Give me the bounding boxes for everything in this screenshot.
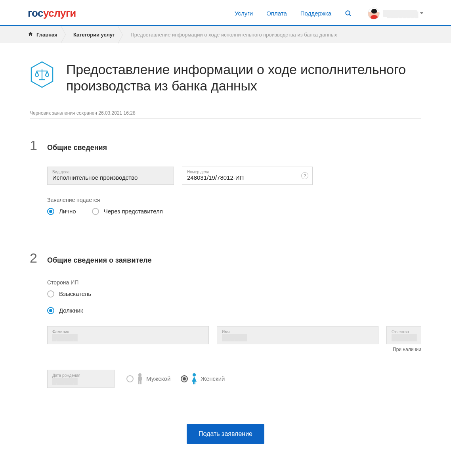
gender-female[interactable]: Женский [181,373,225,385]
user-menu[interactable]: ████████ [368,8,423,19]
case-type-value: Исполнительное производство [52,174,169,181]
help-icon[interactable]: ? [301,172,308,179]
svg-point-0 [346,11,350,15]
nav-support-link[interactable]: Поддержка [300,10,331,17]
case-number-value: 248031/19/78012-ИП [187,174,308,181]
name-field: Имя ██████ [217,326,378,344]
radio-personally[interactable]: Лично [47,208,76,215]
case-number-field[interactable]: Номер дела 248031/19/78012-ИП ? [182,167,313,185]
case-type-label: Вид дела [52,170,169,174]
scales-icon [30,61,54,89]
breadcrumb-categories-link[interactable]: Категории услуг [73,32,115,38]
logo[interactable]: госуслуги [28,7,76,19]
radio-creditor[interactable]: Взыскатель [47,290,421,298]
breadcrumb-current: Предоставление информации о ходе исполни… [122,32,345,38]
avatar-icon [368,8,380,19]
home-icon [28,31,33,38]
svg-rect-7 [138,376,142,381]
section-general: 1 Общие сведения Вид дела Исполнительное… [30,138,421,231]
case-type-field: Вид дела Исполнительное производство [47,167,174,185]
radio-icon [47,307,54,314]
section-title-2: Общие сведения о заявителе [47,256,152,265]
section-title-1: Общие сведения [47,144,107,152]
svg-marker-11 [192,376,197,382]
gender-male-label: Мужской [146,375,170,382]
radio-debtor[interactable]: Должник [47,307,421,314]
surname-label: Фамилия [52,330,204,334]
page-title: Предоставление информации о ходе исполни… [66,61,421,94]
radio-icon [47,208,54,215]
draft-saved-note: Черновик заявления сохранен 26.03.2021 1… [30,110,421,119]
svg-rect-12 [193,381,194,384]
surname-field: Фамилия ██████ [47,326,209,344]
name-label: Имя [222,330,373,334]
breadcrumb-home[interactable]: Главная [28,31,65,38]
step-number-1: 1 [30,138,38,153]
radio-icon [47,290,54,298]
navbar: Услуги Оплата Поддержка [235,10,352,17]
radio-via-representative-label: Через представителя [104,208,163,215]
section-head: 1 Общие сведения [30,138,421,153]
radio-debtor-label: Должник [59,307,83,314]
svg-line-1 [349,14,351,16]
dob-value: ██████ [52,378,77,383]
svg-point-10 [193,373,196,376]
radio-icon [92,208,99,215]
breadcrumb-home-link[interactable]: Главная [36,32,57,38]
nav-services-link[interactable]: Услуги [235,10,253,17]
svg-point-6 [138,373,141,376]
svg-rect-8 [138,380,140,384]
gender-male[interactable]: Мужской [126,373,170,385]
svg-rect-9 [140,380,141,384]
surname-value: ██████ [52,334,77,340]
chevron-down-icon [420,12,423,14]
logo-part-uslugi: услуги [43,7,76,19]
side-label: Сторона ИП [47,279,421,286]
username-label: ████████ [383,10,417,17]
breadcrumb: Главная Категории услуг Предоставление и… [0,26,451,43]
dob-field: Дата рождения ██████ [47,370,115,388]
radio-icon [126,375,134,382]
patronymic-hint: При наличии [386,347,421,352]
submit-button[interactable]: Подать заявление [187,424,264,444]
male-icon [136,373,144,385]
step-number-2: 2 [30,250,38,266]
svg-rect-13 [195,381,196,384]
radio-icon [181,375,188,382]
case-number-label: Номер дела [187,170,308,174]
female-icon [190,373,198,385]
header: госуслуги Услуги Оплата Поддержка ██████… [0,0,451,26]
name-value: ██████ [222,334,247,340]
patronymic-value: ██████ [392,334,416,340]
patronymic-label: Отчество [392,330,416,334]
gender-female-label: Женский [201,375,225,382]
dob-label: Дата рождения [52,373,109,378]
logo-part-gos: гос [28,7,43,19]
filed-by-label: Заявление подается [47,197,421,203]
gender-row: Мужской Женский [126,373,225,385]
radio-personally-label: Лично [59,208,76,215]
title-row: Предоставление информации о ходе исполни… [30,61,421,94]
section-applicant: 2 Общие сведения о заявителе Сторона ИП … [30,250,421,404]
container: Предоставление информации о ходе исполни… [26,61,425,468]
submit-row: Подать заявление [30,424,421,444]
nav-payment-link[interactable]: Оплата [266,10,287,17]
search-icon[interactable] [345,10,352,17]
radio-creditor-label: Взыскатель [59,290,91,297]
breadcrumb-categories[interactable]: Категории услуг [65,32,123,38]
patronymic-field: Отчество ██████ [386,326,421,344]
radio-via-representative[interactable]: Через представителя [92,208,163,215]
